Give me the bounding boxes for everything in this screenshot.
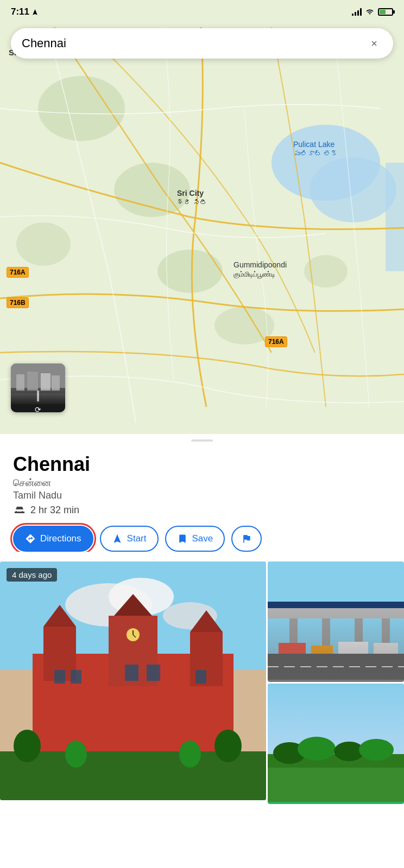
svg-point-42	[179, 741, 201, 768]
search-bar[interactable]: Chennai ×	[11, 28, 393, 59]
svg-rect-34	[71, 670, 81, 684]
svg-rect-3	[386, 163, 404, 271]
photo-small-top[interactable]	[268, 561, 404, 682]
navigation-arrow-icon	[31, 9, 39, 16]
photo-large[interactable]: 4 days ago	[0, 561, 266, 800]
svg-point-41	[65, 741, 87, 768]
road-badge-716b: 716B	[7, 297, 29, 308]
svg-rect-33	[54, 670, 65, 684]
directions-label: Directions	[40, 533, 81, 544]
photo-small-column	[268, 561, 404, 804]
svg-rect-12	[16, 374, 24, 391]
travel-time: 2 hr 32 min	[13, 505, 391, 516]
directions-icon	[25, 533, 36, 544]
svg-rect-63	[268, 768, 404, 802]
svg-rect-48	[355, 618, 363, 680]
svg-rect-53	[374, 643, 398, 656]
bookmark-icon	[177, 533, 188, 544]
clock: 7:11	[11, 7, 29, 17]
signal-bars-icon	[352, 8, 362, 16]
svg-point-7	[16, 222, 71, 266]
map-area[interactable]: Srikalahasti Pulicat Lake పులికాట్ లేక్ …	[0, 0, 404, 434]
navigation-icon	[112, 533, 123, 544]
save-button[interactable]: Save	[165, 526, 225, 552]
flag-button[interactable]	[231, 526, 262, 552]
svg-point-2	[310, 157, 396, 222]
road-badge-716a-right: 716A	[265, 336, 287, 347]
street-view-thumbnail[interactable]: ⟳	[11, 363, 65, 412]
svg-rect-54	[268, 654, 404, 680]
svg-rect-15	[52, 375, 60, 391]
svg-rect-49	[382, 618, 390, 680]
svg-point-39	[14, 730, 41, 762]
svg-rect-45	[268, 602, 404, 608]
svg-rect-47	[322, 618, 330, 680]
search-query[interactable]: Chennai	[22, 36, 66, 50]
status-bar: 7:11	[0, 0, 404, 24]
city-name-primary: Chennai	[13, 454, 391, 475]
status-time: 7:11	[11, 7, 39, 17]
status-icons	[352, 8, 393, 16]
svg-point-4	[38, 76, 125, 141]
svg-rect-51	[311, 646, 333, 656]
svg-rect-11	[11, 388, 65, 404]
start-button[interactable]: Start	[100, 526, 159, 552]
photos-section: 4 days ago	[0, 552, 404, 804]
svg-rect-14	[41, 373, 50, 391]
wifi-icon	[365, 8, 375, 16]
drag-handle[interactable]	[0, 434, 404, 445]
svg-rect-37	[195, 670, 206, 684]
svg-rect-16	[11, 393, 65, 404]
info-panel: Chennai சென்னை Tamil Nadu 2 hr 32 min	[0, 445, 404, 516]
city-state: Tamil Nadu	[13, 490, 391, 501]
photo-small-top-image	[268, 561, 404, 680]
photo-timestamp: 4 days ago	[7, 568, 57, 582]
drag-handle-bar	[191, 439, 213, 442]
city-name-tamil: சென்னை	[13, 477, 391, 489]
street-view-rotate-label: ⟳	[11, 404, 65, 412]
svg-point-62	[359, 739, 394, 761]
photo-small-bottom-image	[268, 684, 404, 802]
svg-rect-13	[27, 372, 38, 391]
battery-icon	[378, 8, 393, 16]
svg-rect-43	[268, 561, 404, 680]
start-label: Start	[127, 533, 147, 544]
svg-point-40	[214, 730, 242, 762]
flag-icon	[241, 533, 252, 544]
directions-button[interactable]: Directions	[13, 526, 93, 552]
action-buttons-row: Directions Start Save	[0, 516, 404, 552]
road-badge-716a-left: 716A	[7, 267, 29, 278]
svg-rect-50	[279, 643, 306, 656]
svg-point-5	[114, 163, 190, 217]
close-button[interactable]: ×	[366, 35, 382, 52]
svg-rect-46	[289, 618, 298, 680]
photos-grid: 4 days ago	[0, 561, 404, 804]
street-view-image	[11, 363, 65, 404]
photo-large-image	[0, 561, 266, 800]
car-icon	[13, 505, 26, 515]
save-label: Save	[192, 533, 213, 544]
svg-point-60	[298, 737, 336, 761]
photo-small-bottom[interactable]	[268, 684, 404, 804]
svg-rect-52	[338, 642, 368, 656]
svg-rect-36	[147, 665, 160, 681]
svg-rect-35	[125, 665, 138, 681]
